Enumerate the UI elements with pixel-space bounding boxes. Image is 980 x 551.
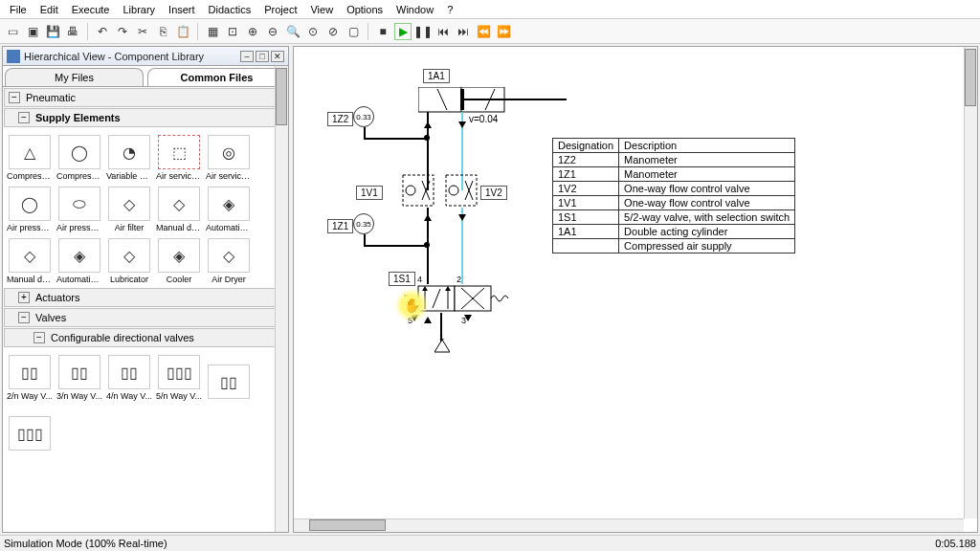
menu-insert[interactable]: Insert — [163, 2, 201, 17]
zoom-out-icon[interactable]: ⊖ — [264, 23, 281, 40]
component-item[interactable]: ▯▯3/n Way V... — [56, 351, 103, 401]
component-item[interactable]: ◈Automatic d... — [56, 234, 103, 284]
scrollbar-thumb[interactable] — [309, 519, 386, 531]
zoom-in-icon[interactable]: ⊕ — [244, 23, 261, 40]
library-scrollbar[interactable] — [275, 66, 288, 532]
stop-icon[interactable]: ■ — [374, 23, 391, 40]
component-item[interactable]: ◈Cooler — [155, 234, 203, 284]
menu-library[interactable]: Library — [117, 2, 161, 17]
arrow-icon — [424, 317, 432, 323]
menu-help[interactable]: ? — [441, 2, 458, 17]
table-row: 1S15/2-way valve, with selection switch — [553, 210, 795, 225]
component-item[interactable]: ◇Manual drai... — [155, 183, 203, 232]
library-titlebar[interactable]: Hierarchical View - Component Library – … — [3, 47, 288, 66]
scrollbar-thumb[interactable] — [965, 49, 976, 106]
toolbar: ▭ ▣ 💾 🖶 ↶ ↷ ✂ ⎘ 📋 ▦ ⊡ ⊕ ⊖ 🔍 ⊙ ⊘ ▢ ■ ▶ ❚❚… — [0, 19, 980, 44]
save-icon[interactable]: 💾 — [44, 23, 61, 40]
zoom-fit-icon[interactable]: ⊡ — [224, 23, 241, 40]
component-item[interactable]: ▯▯▯ — [6, 403, 54, 452]
menu-view[interactable]: View — [304, 2, 339, 17]
library-panel: Hierarchical View - Component Library – … — [2, 46, 289, 533]
component-item[interactable]: ▯▯▯5/n Way V... — [155, 351, 203, 401]
pause-icon[interactable]: ❚❚ — [414, 23, 432, 40]
scrollbar-thumb[interactable] — [276, 68, 287, 125]
component-item[interactable]: ◈Automatic d... — [205, 183, 253, 232]
section-valves[interactable]: − Valves — [4, 308, 287, 327]
component-item[interactable]: △Compresse... — [6, 131, 54, 181]
cylinder-symbol[interactable] — [418, 87, 571, 116]
component-item[interactable]: ◇Air filter — [105, 183, 153, 232]
canvas-hscrollbar[interactable] — [294, 518, 964, 532]
schematic-canvas[interactable]: 1A1 v=0.04 1Z2 0.33 — [294, 47, 964, 518]
tab-my-files[interactable]: My Files — [5, 68, 144, 86]
skip-forward-icon[interactable]: ⏩ — [495, 23, 512, 40]
section-pneumatic[interactable]: − Pneumatic — [4, 88, 287, 107]
component-item[interactable]: ⬭Air pressure... — [56, 183, 103, 232]
collapse-icon[interactable]: − — [18, 312, 30, 323]
open-icon[interactable]: ▣ — [24, 23, 41, 40]
component-item[interactable]: ◔Variable co... — [105, 131, 153, 181]
menu-window[interactable]: Window — [390, 2, 439, 17]
library-title: Hierarchical View - Component Library — [24, 51, 204, 62]
print-icon[interactable]: 🖶 — [64, 23, 81, 40]
component-item[interactable]: ⬚Air service ... — [155, 131, 203, 181]
zoom-region-icon[interactable]: 🔍 — [284, 23, 301, 40]
play-icon[interactable]: ▶ — [394, 23, 412, 40]
line-segment — [440, 313, 442, 342]
flow-valve-1V2[interactable] — [442, 171, 480, 211]
component-item[interactable]: ▯▯2/n Way V... — [6, 351, 54, 401]
maximize-icon[interactable]: □ — [256, 51, 269, 62]
paste-icon[interactable]: 📋 — [174, 23, 191, 40]
component-item[interactable]: ◎Air service ... — [205, 131, 253, 181]
redo-icon[interactable]: ↷ — [114, 23, 131, 40]
cut-icon[interactable]: ✂ — [134, 23, 151, 40]
minimize-icon[interactable]: – — [240, 51, 254, 62]
section-actuators[interactable]: + Actuators — [4, 288, 287, 307]
new-icon[interactable]: ▭ — [4, 23, 21, 40]
flow-valve-1V1[interactable] — [399, 171, 437, 211]
zoom-100-icon[interactable]: ⊙ — [304, 23, 322, 40]
exhaust-icon — [464, 315, 472, 321]
canvas-vscrollbar[interactable] — [964, 47, 977, 518]
component-item[interactable]: ◇Lubricator — [105, 234, 153, 284]
close-icon[interactable]: ✕ — [271, 51, 284, 62]
collapse-icon[interactable]: − — [9, 92, 20, 103]
component-item[interactable]: ◯Compressor — [56, 131, 103, 181]
reference-table: DesignationDescription 1Z2Manometer 1Z1M… — [552, 138, 795, 253]
menu-edit[interactable]: Edit — [34, 2, 64, 17]
collapse-icon[interactable]: − — [18, 112, 30, 123]
step-forward-icon[interactable]: ⏭ — [455, 23, 472, 40]
status-time: 0:05.188 — [935, 538, 976, 549]
table-row: 1Z1Manometer — [553, 167, 795, 182]
step-back-icon[interactable]: ⏮ — [434, 23, 452, 40]
air-supply-icon[interactable] — [434, 340, 450, 355]
menubar: File Edit Execute Library Insert Didacti… — [0, 0, 980, 19]
grid-icon[interactable]: ▦ — [204, 23, 221, 40]
component-item[interactable]: ◇Air Dryer — [205, 234, 253, 284]
label-1V2: 1V2 — [480, 186, 507, 200]
collapse-icon[interactable]: − — [33, 332, 45, 343]
gauge-1Z2[interactable]: 0.33 — [353, 106, 374, 127]
component-item[interactable]: ◇Manual drain — [6, 234, 54, 284]
component-item[interactable]: ▯▯4/n Way V... — [105, 351, 153, 401]
component-item[interactable]: ◯Air pressure... — [6, 183, 54, 232]
menu-options[interactable]: Options — [341, 2, 389, 17]
expand-icon[interactable]: + — [18, 292, 30, 303]
menu-execute[interactable]: Execute — [66, 2, 116, 17]
section-label: Pneumatic — [26, 92, 76, 103]
section-config-valves[interactable]: − Configurable directional valves — [4, 328, 287, 347]
zoom-prev-icon[interactable]: ⊘ — [324, 23, 342, 40]
tab-common-files[interactable]: Common Files — [147, 68, 286, 86]
label-1V1: 1V1 — [356, 186, 383, 200]
component-item[interactable]: ▯▯ — [205, 351, 253, 401]
arrow-icon — [458, 214, 466, 221]
gauge-1Z1[interactable]: 0.35 — [353, 213, 374, 234]
undo-icon[interactable]: ↶ — [94, 23, 111, 40]
skip-back-icon[interactable]: ⏪ — [475, 23, 492, 40]
copy-icon[interactable]: ⎘ — [154, 23, 171, 40]
menu-project[interactable]: Project — [258, 2, 302, 17]
menu-file[interactable]: File — [4, 2, 33, 17]
section-supply-elements[interactable]: − Supply Elements — [4, 108, 287, 127]
zoom-all-icon[interactable]: ▢ — [345, 23, 362, 40]
menu-didactics[interactable]: Didactics — [203, 2, 257, 17]
